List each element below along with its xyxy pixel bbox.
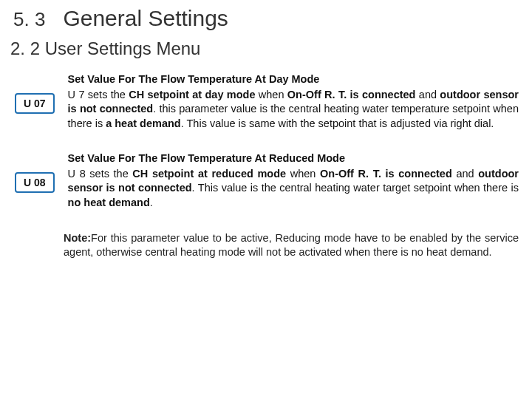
text-seg: when xyxy=(286,168,320,180)
note-block: Note:For this parameter value to be acti… xyxy=(64,231,532,260)
entry-text-u08: Set Value For The Flow Temperature At Re… xyxy=(68,151,519,210)
entry-u08: U 08 Set Value For The Flow Temperature … xyxy=(15,151,519,210)
param-badge-u07: U 07 xyxy=(15,93,55,114)
section-title: General Settings xyxy=(63,6,228,31)
text-seg: and xyxy=(415,89,440,100)
param-badge-u08: U 08 xyxy=(15,172,55,193)
text-bold: CH setpoint at day mode xyxy=(129,89,255,100)
text-seg: . xyxy=(150,197,153,208)
text-seg: when xyxy=(255,89,287,100)
text-seg: and xyxy=(452,168,478,180)
entries-container: U 07 Set Value For The Flow Temperature … xyxy=(0,72,532,211)
note-text: For this parameter value to be active, R… xyxy=(64,232,519,259)
text-seg: . This value is the central heating wate… xyxy=(192,182,519,194)
text-bold: a heat demand xyxy=(106,117,181,129)
entry-u07: U 07 Set Value For The Flow Temperature … xyxy=(15,72,519,131)
subsection-title: 2. 2 User Settings Menu xyxy=(0,34,532,72)
section-number: 5. 3 xyxy=(13,8,45,31)
text-bold: no heat demand xyxy=(68,197,150,208)
text-seg: U 8 sets the xyxy=(68,168,133,180)
text-bold: On-Off R. T. is connected xyxy=(287,89,416,100)
text-bold: On-Off R. T. is connected xyxy=(320,168,452,180)
section-header: 5. 3 General Settings xyxy=(0,0,532,34)
entry-title-u07: Set Value For The Flow Temperature At Da… xyxy=(68,72,519,87)
text-seg: U 7 sets the xyxy=(68,89,129,100)
text-seg: . This value is same with the setpoint t… xyxy=(181,117,494,129)
note-label: Note: xyxy=(64,232,91,244)
text-bold: CH setpoint at reduced mode xyxy=(132,168,286,180)
entry-text-u07: Set Value For The Flow Temperature At Da… xyxy=(68,72,519,131)
entry-title-u08: Set Value For The Flow Temperature At Re… xyxy=(68,151,519,166)
